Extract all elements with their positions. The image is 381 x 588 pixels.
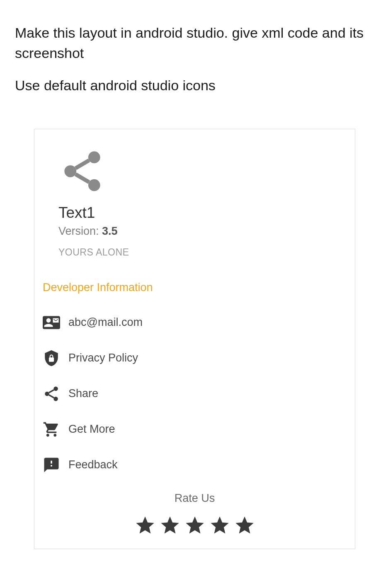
- share-icon: [43, 385, 60, 402]
- menu-item-email[interactable]: abc@mail.com: [43, 314, 347, 331]
- menu-label-email: abc@mail.com: [68, 316, 143, 329]
- star-icon[interactable]: [184, 515, 206, 536]
- contact-mail-icon: [43, 314, 60, 331]
- feedback-icon: [43, 456, 60, 474]
- menu-label-share: Share: [68, 387, 98, 400]
- menu-list: abc@mail.com Privacy Policy: [43, 314, 347, 474]
- menu-label-privacy: Privacy Policy: [68, 352, 138, 364]
- menu-label-getmore: Get More: [68, 423, 115, 436]
- cart-icon: [43, 421, 60, 438]
- phone-mockup-frame: Text1 Version: 3.5 YOURS ALONE Developer…: [34, 129, 355, 549]
- app-tagline: YOURS ALONE: [58, 247, 347, 258]
- privacy-shield-icon: [43, 349, 60, 367]
- instruction-text-1: Make this layout in android studio. give…: [15, 23, 366, 64]
- star-icon[interactable]: [159, 515, 181, 536]
- star-icon[interactable]: [209, 515, 231, 536]
- svg-point-4: [45, 392, 49, 396]
- star-icon[interactable]: [234, 515, 255, 536]
- svg-point-5: [53, 397, 58, 401]
- menu-item-privacy[interactable]: Privacy Policy: [43, 349, 347, 367]
- rate-title: Rate Us: [43, 492, 347, 505]
- share-hero-icon: [58, 147, 347, 195]
- section-heading-developer-info: Developer Information: [43, 281, 347, 294]
- svg-point-2: [88, 179, 100, 191]
- version-value: 3.5: [102, 225, 118, 237]
- app-version: Version: 3.5: [58, 225, 347, 238]
- svg-point-1: [64, 165, 76, 177]
- menu-item-share[interactable]: Share: [43, 385, 347, 402]
- svg-point-0: [88, 151, 100, 163]
- menu-label-feedback: Feedback: [68, 458, 118, 471]
- instruction-text-2: Use default android studio icons: [15, 75, 366, 96]
- menu-item-getmore[interactable]: Get More: [43, 421, 347, 438]
- star-icon[interactable]: [134, 515, 156, 536]
- app-title: Text1: [58, 204, 347, 222]
- menu-item-feedback[interactable]: Feedback: [43, 456, 347, 474]
- svg-point-3: [53, 386, 58, 391]
- rate-section: Rate Us: [43, 492, 347, 536]
- version-label: Version:: [58, 225, 102, 237]
- rating-stars[interactable]: [43, 515, 347, 536]
